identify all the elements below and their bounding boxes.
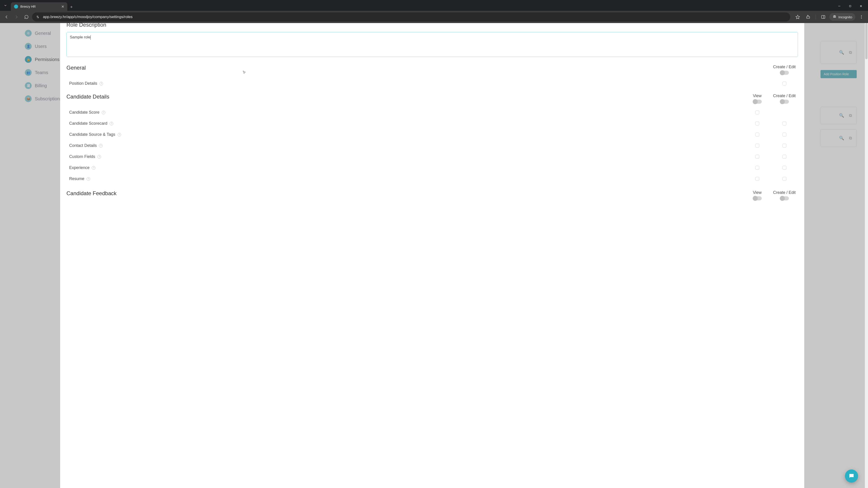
incognito-label: Incognito — [838, 15, 852, 19]
perm-label: Resume — [69, 176, 84, 181]
checkbox-candidate-scorecard-view[interactable] — [755, 122, 759, 125]
chat-support-button[interactable] — [845, 469, 858, 483]
browser-menu-icon[interactable] — [857, 13, 866, 21]
perm-row-resume: Resume? — [66, 176, 798, 181]
section-title: Candidate Feedback — [66, 190, 744, 197]
toggle-create-edit-candidate-details[interactable] — [780, 100, 789, 104]
incognito-indicator[interactable]: Incognito — [829, 13, 855, 21]
browser-tab[interactable]: Breezy HR ✕ — [11, 2, 67, 11]
scrollbar-thumb[interactable] — [865, 23, 868, 59]
checkbox-custom-fields-edit[interactable] — [782, 155, 786, 159]
column-header-create-edit: Create / Edit — [771, 190, 798, 200]
address-bar[interactable]: app.breezy.hr/app/c/moodjoy/company/sett… — [32, 12, 790, 22]
new-tab-button[interactable]: ＋ — [67, 3, 75, 11]
role-description-heading: Role Description — [66, 23, 798, 28]
nav-back-button[interactable] — [2, 13, 11, 21]
tab-title: Breezy HR — [20, 5, 59, 8]
window-maximize-button[interactable] — [847, 3, 853, 9]
help-icon[interactable]: ? — [99, 82, 103, 86]
svg-point-9 — [833, 17, 835, 18]
checkbox-resume-edit[interactable] — [782, 177, 786, 181]
bookmark-star-icon[interactable] — [794, 13, 802, 21]
checkbox-experience-view[interactable] — [755, 166, 759, 170]
help-icon[interactable]: ? — [99, 144, 103, 148]
nav-forward-button[interactable] — [12, 13, 21, 21]
perm-row-contact-details: Contact Details? — [66, 143, 798, 148]
extensions-icon[interactable] — [804, 13, 812, 21]
column-header-create-edit: Create / Edit — [771, 65, 798, 75]
toggle-view-candidate-details[interactable] — [753, 100, 762, 104]
perm-row-candidate-score: Candidate Score? — [66, 110, 798, 115]
svg-rect-7 — [822, 15, 825, 18]
page-viewport: ⚙General 👤Users 🔒Permissions 👥Teams 🧾Bil… — [0, 23, 868, 488]
incognito-icon — [833, 14, 837, 20]
toggle-create-edit-general[interactable] — [780, 71, 789, 75]
window-controls: ✕ — [836, 3, 868, 11]
perm-label: Contact Details — [69, 143, 97, 148]
help-icon[interactable]: ? — [87, 177, 90, 181]
side-panel-icon[interactable] — [819, 13, 828, 21]
window-close-button[interactable]: ✕ — [858, 3, 864, 9]
tab-favicon — [14, 4, 18, 8]
url-text: app.breezy.hr/app/c/moodjoy/company/sett… — [43, 15, 133, 19]
svg-rect-1 — [849, 5, 851, 7]
checkbox-contact-details-edit[interactable] — [782, 144, 786, 148]
checkbox-contact-details-view[interactable] — [755, 144, 759, 148]
checkbox-resume-view[interactable] — [755, 177, 759, 181]
browser-titlebar: Breezy HR ✕ ＋ ✕ — [0, 0, 868, 11]
nav-reload-button[interactable] — [22, 13, 31, 21]
help-icon[interactable]: ? — [110, 122, 113, 125]
perm-label: Custom Fields — [69, 154, 95, 159]
perm-row-experience: Experience? — [66, 165, 798, 170]
perm-row-custom-fields: Custom Fields? — [66, 154, 798, 159]
checkbox-candidate-score-view[interactable] — [755, 110, 759, 114]
perm-section-general: General . Create / Edit Position Details… — [66, 65, 798, 86]
site-info-icon[interactable] — [35, 14, 40, 20]
tab-search-dropdown[interactable] — [0, 0, 11, 11]
perm-label: Experience — [69, 165, 90, 170]
help-icon[interactable]: ? — [92, 166, 95, 170]
checkbox-candidate-scorecard-edit[interactable] — [782, 122, 786, 125]
column-header-view: View — [744, 190, 771, 200]
perm-section-candidate-details: Candidate Details View Create / Edit Can… — [66, 94, 798, 181]
checkbox-candidate-source-tags-edit[interactable] — [782, 133, 786, 136]
window-minimize-button[interactable] — [836, 3, 842, 9]
perm-label: Position Details — [69, 81, 97, 86]
perm-section-candidate-feedback: Candidate Feedback View Create / Edit — [66, 190, 798, 200]
perm-label: Candidate Scorecard — [69, 121, 107, 126]
svg-point-13 — [861, 17, 862, 17]
help-icon[interactable]: ? — [118, 133, 121, 136]
help-icon[interactable]: ? — [97, 155, 101, 159]
column-header-create-edit: Create / Edit — [771, 94, 798, 104]
svg-point-14 — [861, 18, 862, 19]
svg-marker-6 — [796, 15, 800, 19]
tab-close-icon[interactable]: ✕ — [61, 4, 64, 9]
svg-point-12 — [861, 15, 862, 16]
browser-toolbar: app.breezy.hr/app/c/moodjoy/company/sett… — [0, 11, 868, 23]
perm-row-candidate-scorecard: Candidate Scorecard? — [66, 121, 798, 126]
column-header-view: View — [744, 94, 771, 104]
section-title: Candidate Details — [66, 94, 744, 100]
checkbox-custom-fields-view[interactable] — [755, 155, 759, 159]
role-description-input[interactable]: Sample role — [66, 32, 798, 57]
checkbox-position-details-edit[interactable] — [782, 82, 786, 86]
section-title: General — [66, 65, 744, 71]
checkbox-candidate-source-tags-view[interactable] — [755, 133, 759, 136]
toggle-view-candidate-feedback[interactable] — [753, 196, 762, 200]
page-scrollbar[interactable] — [865, 23, 868, 488]
svg-point-10 — [835, 17, 836, 18]
toggle-create-edit-candidate-feedback[interactable] — [780, 196, 789, 200]
perm-label: Candidate Score — [69, 110, 99, 115]
perm-row-position-details: Position Details? — [66, 81, 798, 86]
role-description-value: Sample role — [70, 35, 90, 39]
role-editor-modal: Role Description Sample role General . C… — [60, 23, 804, 488]
perm-row-candidate-source-tags: Candidate Source & Tags? — [66, 132, 798, 137]
help-icon[interactable]: ? — [102, 111, 105, 114]
checkbox-experience-edit[interactable] — [782, 166, 786, 170]
perm-label: Candidate Source & Tags — [69, 132, 115, 137]
